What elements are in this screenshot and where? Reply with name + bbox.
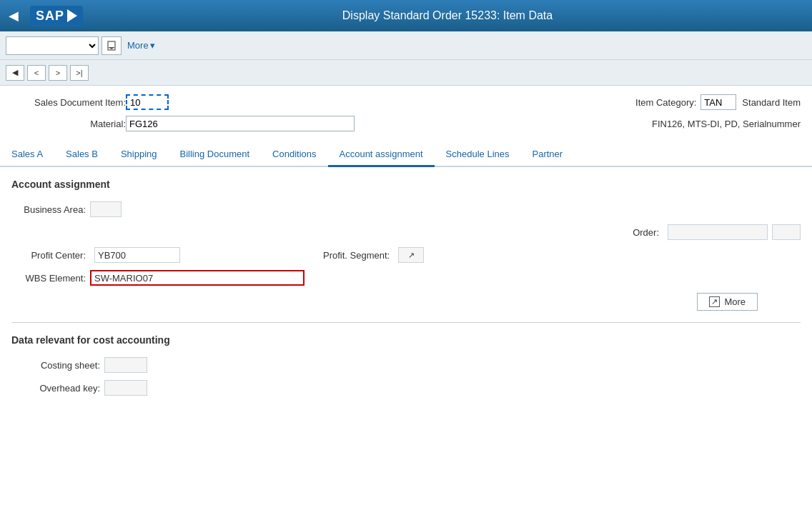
material-desc: FIN126, MTS-DI, PD, Serialnummer xyxy=(652,119,801,129)
costing-sheet-row: Costing sheet: xyxy=(11,357,801,373)
material-label: Material: xyxy=(11,119,126,129)
tab-partner[interactable]: Partner xyxy=(520,143,574,167)
tab-sales-a[interactable]: Sales A xyxy=(0,143,54,167)
item-category-input[interactable] xyxy=(700,94,736,110)
more-btn-row: ↗ More xyxy=(11,293,758,311)
tab-shipping[interactable]: Shipping xyxy=(109,143,169,167)
toolbar: More ▾ xyxy=(0,31,812,60)
order-section: Order: xyxy=(633,224,801,240)
tab-billing[interactable]: Billing Document xyxy=(169,143,262,167)
navigation-row: ◀ < > >| xyxy=(0,60,812,86)
more-popup-icon: ↗ xyxy=(709,296,720,307)
overhead-key-row: Overhead key: xyxy=(11,380,801,396)
cost-accounting-title: Data relevant for cost accounting xyxy=(11,334,801,346)
nav-last-btn[interactable]: >| xyxy=(70,65,89,81)
tab-account-assignment[interactable]: Account assignment xyxy=(328,143,435,167)
sales-doc-item-row: Sales Document Item: Item Category: Stan… xyxy=(11,94,801,110)
material-input[interactable] xyxy=(126,116,355,131)
profit-segment-popup-icon: ↗ xyxy=(408,251,415,260)
sap-logo: SAP xyxy=(30,6,83,26)
content-area: Account assignment Business Area: Order:… xyxy=(0,167,812,414)
page-title: Display Standard Order 15233: Item Data xyxy=(91,9,803,22)
item-category-label: Item Category: xyxy=(610,97,696,108)
nav-first-btn[interactable]: ◀ xyxy=(6,65,24,81)
nav-prev-btn[interactable]: < xyxy=(27,65,46,81)
order-label: Order: xyxy=(633,227,663,238)
sap-text: SAP xyxy=(36,9,64,24)
overhead-key-label: Overhead key: xyxy=(11,383,104,394)
tabs: Sales A Sales B Shipping Billing Documen… xyxy=(0,143,812,167)
profit-center-label: Profit Center: xyxy=(11,250,90,261)
order-input[interactable] xyxy=(668,224,768,240)
more-chevron: ▾ xyxy=(150,40,155,51)
tab-sales-b[interactable]: Sales B xyxy=(54,143,109,167)
profit-segment-label: Profit. Segment: xyxy=(323,250,394,261)
item-category-desc: Standard Item xyxy=(742,97,801,108)
profit-segment-section: Profit. Segment: ↗ xyxy=(323,247,424,263)
sap-triangle xyxy=(67,9,77,22)
sales-doc-item-input[interactable] xyxy=(126,94,169,110)
wbs-element-label: WBS Element: xyxy=(11,273,90,284)
header: ◀ SAP Display Standard Order 15233: Item… xyxy=(0,0,812,31)
order-extra-input[interactable] xyxy=(772,224,801,240)
costing-sheet-label: Costing sheet: xyxy=(11,360,104,371)
order-profit-row: Order: xyxy=(11,224,801,240)
business-area-row: Business Area: xyxy=(11,201,801,217)
bookmark-icon-btn[interactable] xyxy=(102,36,122,55)
business-area-label: Business Area: xyxy=(11,204,90,215)
nav-next-btn[interactable]: > xyxy=(49,65,67,81)
toolbar-select[interactable] xyxy=(6,36,99,55)
tab-conditions[interactable]: Conditions xyxy=(261,143,327,167)
section-divider xyxy=(11,322,801,323)
more-menu[interactable]: More ▾ xyxy=(127,40,155,51)
wbs-element-input[interactable] xyxy=(90,270,304,286)
material-row: Material: FIN126, MTS-DI, PD, Serialnumm… xyxy=(11,116,801,131)
svg-marker-1 xyxy=(108,47,115,49)
profit-center-section: Profit Center: xyxy=(11,247,180,263)
wbs-row: WBS Element: xyxy=(11,270,801,286)
profit-center-input[interactable] xyxy=(94,247,180,263)
sales-doc-item-label: Sales Document Item: xyxy=(11,97,126,108)
back-button[interactable]: ◀ xyxy=(9,8,19,24)
costing-sheet-input[interactable] xyxy=(104,357,147,373)
overhead-key-input[interactable] xyxy=(104,380,147,396)
more-label: More xyxy=(127,40,149,51)
profit-row: Profit Center: Profit. Segment: ↗ xyxy=(11,247,801,263)
account-assignment-title: Account assignment xyxy=(11,179,801,190)
tab-schedule-lines[interactable]: Schedule Lines xyxy=(435,143,521,167)
more-button[interactable]: ↗ More xyxy=(697,293,758,311)
business-area-input[interactable] xyxy=(90,201,122,217)
bookmark-icon xyxy=(107,41,117,51)
more-btn-label: More xyxy=(724,296,746,307)
form-area: Sales Document Item: Item Category: Stan… xyxy=(0,86,812,143)
profit-segment-btn[interactable]: ↗ xyxy=(398,247,424,263)
